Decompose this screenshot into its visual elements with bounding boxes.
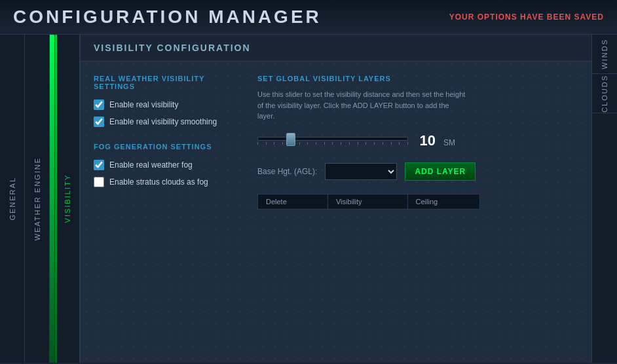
enable-fog-checkbox[interactable] (94, 160, 104, 170)
enable-stratus-label[interactable]: Enable stratus clouds as fog (109, 177, 208, 187)
col-ceiling: Ceiling (407, 194, 479, 209)
page-title: VISIBILITY CONFIGURATION (81, 35, 591, 62)
sidebar-item-weather-engine[interactable]: WEATHER ENGINE (25, 35, 50, 363)
sidebar-item-label-general: GENERAL (9, 177, 16, 221)
slider-row: 10 SM (257, 132, 578, 149)
enable-fog-label[interactable]: Enable real weather fog (109, 160, 193, 170)
enable-stratus-checkbox[interactable] (94, 177, 104, 187)
right-sidebar: WINDS CLOUDS (591, 35, 617, 363)
enable-visibility-smoothing-label[interactable]: Enable real visibility smoothing (109, 117, 217, 126)
header: CONFIGURATION MANAGER YOUR OPTIONS HAVE … (0, 0, 617, 35)
enable-visibility-checkbox[interactable] (94, 100, 104, 110)
sidebar-item-label-winds: WINDS (601, 39, 608, 69)
sidebar-item-label-weather-engine: WEATHER ENGINE (33, 157, 41, 240)
save-status: YOUR OPTIONS HAVE BEEN SAVED (449, 12, 604, 22)
enable-stratus-row: Enable stratus clouds as fog (94, 177, 238, 187)
add-layer-button[interactable]: ADD LAYER (405, 162, 476, 181)
app-title: CONFIGURATION MANAGER (13, 7, 322, 27)
sidebar-item-general[interactable]: GENERAL (0, 35, 25, 363)
fog-section-title: FOG GENERATION SETTINGS (94, 143, 238, 151)
left-panel: REAL WEATHER VISIBILITY SETTINGS Enable … (94, 75, 238, 350)
global-visibility-title: SET GLOBAL VISIBILITY LAYERS (257, 75, 578, 82)
sidebar-item-visibility[interactable]: VISIBILITY (55, 35, 80, 363)
enable-visibility-label[interactable]: Enable real visibility (109, 100, 178, 109)
sidebar-item-clouds[interactable]: CLOUDS (592, 74, 617, 113)
enable-visibility-smoothing-row: Enable real visibility smoothing (94, 117, 238, 127)
main-container: GENERAL WEATHER ENGINE VISIBILITY VISIBI… (0, 35, 617, 363)
global-visibility-desc: Use this slider to set the visibility di… (257, 89, 467, 122)
slider-unit: SM (443, 138, 455, 149)
left-sidebar: GENERAL WEATHER ENGINE VISIBILITY (0, 35, 81, 363)
content-area: VISIBILITY CONFIGURATION REAL WEATHER VI… (81, 35, 591, 363)
base-hgt-row: Base Hgt. (AGL): 1000 ft 2000 ft 3000 ft… (257, 162, 578, 181)
base-hgt-label: Base Hgt. (AGL): (257, 167, 317, 176)
slider-value-display: 10 (416, 132, 436, 149)
right-panel: SET GLOBAL VISIBILITY LAYERS Use this sl… (257, 75, 578, 350)
fog-section: FOG GENERATION SETTINGS Enable real weat… (94, 143, 238, 187)
enable-fog-row: Enable real weather fog (94, 160, 238, 170)
sidebar-item-label-clouds: CLOUDS (601, 75, 608, 113)
enable-visibility-smoothing-checkbox[interactable] (94, 117, 104, 127)
col-visibility: Visibility (327, 194, 407, 209)
real-weather-section-title: REAL WEATHER VISIBILITY SETTINGS (94, 75, 238, 90)
sidebar-item-winds[interactable]: WINDS (592, 35, 617, 74)
base-hgt-select[interactable]: 1000 ft 2000 ft 3000 ft (325, 163, 397, 180)
sidebar-item-label-visibility: VISIBILITY (64, 174, 71, 223)
visibility-slider[interactable] (258, 133, 409, 146)
slider-container (257, 137, 408, 145)
enable-visibility-row: Enable real visibility (94, 100, 238, 110)
active-indicator-bar (50, 35, 55, 363)
col-delete: Delete (258, 194, 328, 209)
content-body: REAL WEATHER VISIBILITY SETTINGS Enable … (81, 62, 591, 363)
layer-table: Delete Visibility Ceiling (257, 194, 480, 209)
slider-track (257, 137, 408, 141)
